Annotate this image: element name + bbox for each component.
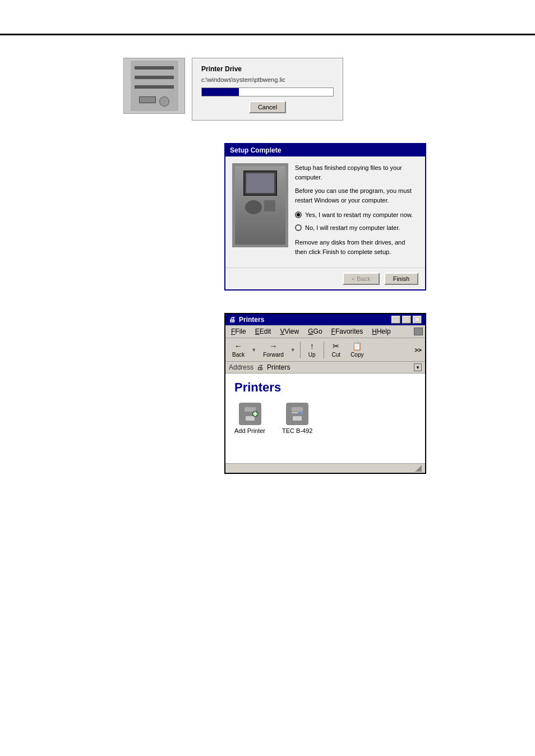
close-button[interactable]: ✕: [413, 316, 422, 324]
toolbar-forward-button[interactable]: → Forward: [260, 340, 287, 359]
menu-favorites[interactable]: FFavorites: [328, 326, 367, 336]
finish-button[interactable]: Finish: [384, 273, 418, 285]
printer-button: [159, 96, 169, 107]
printers-statusbar: [225, 463, 425, 473]
add-printer-label: Add Printer: [234, 427, 265, 434]
setup-text-area: Setup has finished copying files to your…: [295, 163, 418, 261]
tec-printer-label: TEC B-492: [282, 427, 312, 434]
cut-icon: ✂: [333, 342, 339, 351]
up-icon: ↑: [310, 342, 314, 351]
menu-go[interactable]: GGo: [305, 326, 325, 336]
setup-text-3: Remove any disks from their drives, and …: [295, 238, 418, 256]
printer-icon-panel: [123, 58, 185, 114]
progress-dialog-title: Printer Drive: [201, 65, 334, 73]
setup-complete-section: Setup Complete Set: [123, 143, 513, 291]
printers-section: 🖨 Printers _ □ ✕ FFile EEdit VView GGo F…: [123, 313, 513, 474]
printer-icons-row: Add Printer TE: [234, 403, 416, 434]
radio-no-circle[interactable]: [295, 224, 302, 231]
toolbar-copy-label: Copy: [350, 352, 363, 358]
printers-content: Printers: [225, 374, 425, 463]
setup-complete-body: Setup has finished copying files to your…: [225, 156, 425, 268]
radio-no-label: No, I will restart my computer later.: [305, 223, 400, 233]
printer-bar-1: [135, 66, 174, 70]
toolbar-more-button[interactable]: >>: [414, 347, 422, 353]
svg-rect-7: [292, 407, 303, 412]
forward-icon: →: [270, 342, 278, 351]
main-content: Printer Drive c:\windows\system\ptbweng.…: [0, 35, 535, 508]
svg-rect-8: [293, 416, 302, 421]
back-icon: ←: [234, 342, 242, 351]
menu-edit[interactable]: EEdit: [252, 326, 275, 336]
printer-icon-inner: [131, 61, 178, 111]
progress-dialog: Printer Drive c:\windows\system\ptbweng.…: [192, 58, 343, 121]
add-printer-item[interactable]: Add Printer: [234, 403, 265, 434]
cancel-button[interactable]: Cancel: [249, 101, 286, 113]
printer-slot: [139, 96, 156, 103]
setup-text-2: Before you can use the program, you must…: [295, 186, 418, 205]
toolbar-back-button[interactable]: ← Back: [229, 340, 248, 359]
radio-yes-circle[interactable]: [295, 211, 302, 218]
tec-printer-icon: [286, 403, 308, 425]
address-label: Address: [229, 363, 253, 371]
toolbar-copy-button[interactable]: 📋 Copy: [347, 340, 367, 359]
titlebar-controls: _ □ ✕: [391, 316, 422, 324]
monitor-shape: [243, 170, 277, 196]
svg-rect-10: [292, 412, 298, 413]
svg-rect-2: [246, 416, 255, 421]
menu-file[interactable]: FFile: [228, 326, 250, 336]
toolbar-up-button[interactable]: ↑ Up: [305, 340, 319, 359]
menu-help[interactable]: HHelp: [368, 326, 394, 336]
menu-view[interactable]: VView: [276, 326, 302, 336]
address-bar: Address 🖨 Printers ▼: [225, 362, 425, 374]
progress-label: 28 %: [202, 88, 333, 96]
toolbar-cut-button[interactable]: ✂ Cut: [329, 340, 344, 359]
printer-bar-3: [135, 85, 174, 89]
monitor-screen: [246, 173, 274, 193]
section-progress: Printer Drive c:\windows\system\ptbweng.…: [22, 58, 513, 121]
printers-menubar: FFile EEdit VView GGo FFavorites HHelp: [225, 325, 425, 338]
progress-bar-container: 28 %: [201, 87, 334, 96]
radio-item-yes[interactable]: Yes, I want to restart my computer now.: [295, 210, 418, 220]
setup-complete-footer: < Back Finish: [225, 268, 425, 289]
progress-cancel-row: Cancel: [201, 101, 334, 113]
add-printer-icon: [239, 403, 261, 425]
back-chevron-icon: ▼: [251, 347, 256, 353]
toolbar-forward-label: Forward: [263, 352, 284, 358]
progress-dialog-path: c:\windows\system\ptbweng.lic: [201, 76, 334, 83]
toolbar-back-label: Back: [232, 352, 245, 358]
setup-complete-dialog: Setup Complete Set: [224, 143, 426, 291]
svg-point-9: [301, 412, 303, 414]
tec-printer-svg: [287, 404, 307, 424]
printers-toolbar: ← Back ▼ → Forward ▼ ↑ Up ✂ Cut: [225, 338, 425, 362]
address-path: Printers: [267, 363, 290, 371]
menu-icon-group: [414, 328, 423, 335]
toolbar-separator-1: [300, 342, 301, 358]
address-printers-icon: 🖨: [257, 363, 264, 371]
tec-printer-item[interactable]: TEC B-492: [282, 403, 312, 434]
printers-titlebar: 🖨 Printers _ □ ✕: [225, 314, 425, 325]
toolbar-cut-label: Cut: [332, 352, 341, 358]
printers-content-title: Printers: [234, 380, 416, 395]
setup-complete-titlebar: Setup Complete: [225, 144, 425, 156]
setup-image: [232, 163, 288, 247]
printer-bar-2: [135, 76, 174, 79]
setup-text-1: Setup has finished copying files to your…: [295, 163, 418, 182]
toolbar-up-label: Up: [308, 352, 316, 358]
add-printer-svg: [240, 404, 260, 424]
radio-yes-label: Yes, I want to restart my computer now.: [305, 210, 413, 220]
printers-window-title: Printers: [239, 316, 264, 324]
radio-group: Yes, I want to restart my computer now. …: [295, 210, 418, 232]
toolbar-separator-2: [324, 342, 324, 358]
printers-title-icon: 🖨: [229, 316, 236, 324]
maximize-button[interactable]: □: [402, 316, 411, 324]
resize-handle[interactable]: [415, 465, 422, 472]
minimize-button[interactable]: _: [391, 316, 400, 324]
forward-chevron-icon: ▼: [290, 347, 296, 353]
svg-rect-1: [245, 407, 256, 412]
address-dropdown-button[interactable]: ▼: [414, 363, 422, 371]
radio-item-no[interactable]: No, I will restart my computer later.: [295, 223, 418, 233]
titlebar-left: 🖨 Printers: [229, 316, 264, 324]
setup-img-inner: [235, 166, 285, 245]
back-button[interactable]: < Back: [343, 273, 380, 285]
copy-icon: 📋: [352, 342, 362, 351]
